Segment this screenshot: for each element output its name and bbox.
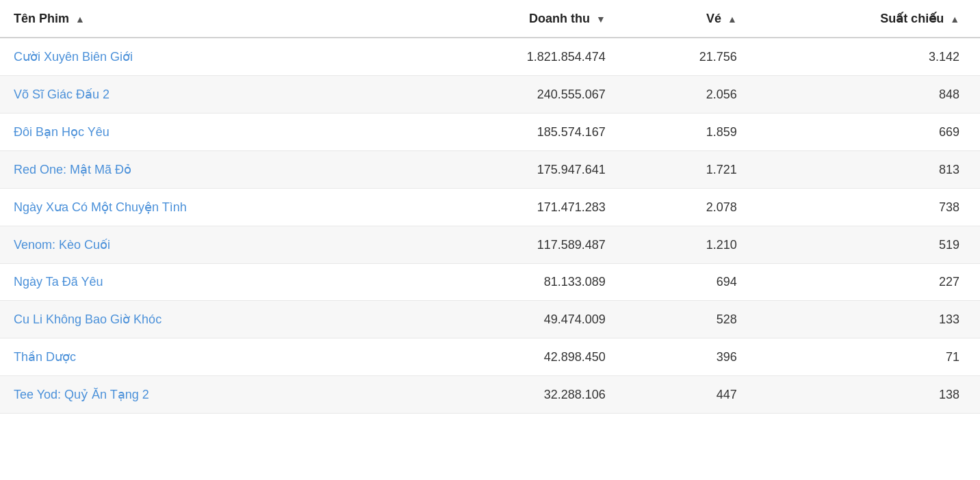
table-row: Cười Xuyên Biên Giới1.821.854.47421.7563… (0, 38, 980, 76)
col-showtimes-sort-icon: ▲ (950, 14, 959, 25)
col-revenue-sort-icon: ▼ (596, 14, 606, 25)
cell-revenue: 1.821.854.474 (404, 38, 619, 76)
cell-revenue: 171.471.283 (404, 189, 619, 226)
cell-tickets: 1.210 (619, 226, 751, 264)
cell-movie-name[interactable]: Ngày Ta Đã Yêu (0, 264, 404, 301)
cell-revenue: 240.555.067 (404, 76, 619, 114)
cell-tickets: 2.056 (619, 76, 751, 114)
cell-movie-name[interactable]: Cười Xuyên Biên Giới (0, 38, 404, 76)
cell-movie-name[interactable]: Tee Yod: Quỷ Ăn Tạng 2 (0, 376, 404, 414)
table-row: Tee Yod: Quỷ Ăn Tạng 232.288.106447138 (0, 376, 980, 414)
cell-revenue: 42.898.450 (404, 338, 619, 376)
cell-showtimes: 669 (751, 114, 980, 151)
cell-revenue: 81.133.089 (404, 264, 619, 301)
cell-showtimes: 519 (751, 226, 980, 264)
cell-movie-name[interactable]: Red One: Mật Mã Đỏ (0, 151, 404, 189)
table-row: Thần Dược42.898.45039671 (0, 338, 980, 376)
col-tickets-label: Vé (706, 12, 721, 25)
cell-movie-name[interactable]: Ngày Xưa Có Một Chuyện Tình (0, 189, 404, 226)
cell-movie-name[interactable]: Cu Li Không Bao Giờ Khóc (0, 301, 404, 338)
cell-showtimes: 133 (751, 301, 980, 338)
table-row: Venom: Kèo Cuối117.589.4871.210519 (0, 226, 980, 264)
cell-revenue: 32.288.106 (404, 376, 619, 414)
col-showtimes-label: Suất chiếu (880, 12, 944, 25)
col-name-label: Tên Phim (14, 12, 69, 25)
col-header-showtimes[interactable]: Suất chiếu ▲ (751, 0, 980, 38)
table-row: Đôi Bạn Học Yêu185.574.1671.859669 (0, 114, 980, 151)
table-row: Red One: Mật Mã Đỏ175.947.6411.721813 (0, 151, 980, 189)
cell-tickets: 1.721 (619, 151, 751, 189)
cell-movie-name[interactable]: Thần Dược (0, 338, 404, 376)
table-header-row: Tên Phim ▲ Doanh thu ▼ Vé ▲ Suất chiếu ▲ (0, 0, 980, 38)
cell-showtimes: 3.142 (751, 38, 980, 76)
cell-revenue: 117.589.487 (404, 226, 619, 264)
cell-showtimes: 848 (751, 76, 980, 114)
table-row: Ngày Xưa Có Một Chuyện Tình171.471.2832.… (0, 189, 980, 226)
cell-revenue: 49.474.009 (404, 301, 619, 338)
cell-showtimes: 71 (751, 338, 980, 376)
movies-table: Tên Phim ▲ Doanh thu ▼ Vé ▲ Suất chiếu ▲… (0, 0, 980, 414)
cell-tickets: 396 (619, 338, 751, 376)
cell-tickets: 694 (619, 264, 751, 301)
col-tickets-sort-icon: ▲ (727, 14, 737, 25)
cell-tickets: 1.859 (619, 114, 751, 151)
cell-showtimes: 227 (751, 264, 980, 301)
col-revenue-label: Doanh thu (529, 12, 590, 25)
col-header-revenue[interactable]: Doanh thu ▼ (404, 0, 619, 38)
cell-tickets: 528 (619, 301, 751, 338)
cell-showtimes: 738 (751, 189, 980, 226)
col-header-tickets[interactable]: Vé ▲ (619, 0, 751, 38)
table-row: Cu Li Không Bao Giờ Khóc49.474.009528133 (0, 301, 980, 338)
cell-tickets: 21.756 (619, 38, 751, 76)
cell-tickets: 2.078 (619, 189, 751, 226)
main-table-container: Tên Phim ▲ Doanh thu ▼ Vé ▲ Suất chiếu ▲… (0, 0, 980, 414)
cell-revenue: 185.574.167 (404, 114, 619, 151)
cell-revenue: 175.947.641 (404, 151, 619, 189)
cell-tickets: 447 (619, 376, 751, 414)
cell-movie-name[interactable]: Võ Sĩ Giác Đấu 2 (0, 76, 404, 114)
table-row: Ngày Ta Đã Yêu81.133.089694227 (0, 264, 980, 301)
cell-movie-name[interactable]: Venom: Kèo Cuối (0, 226, 404, 264)
cell-movie-name[interactable]: Đôi Bạn Học Yêu (0, 114, 404, 151)
cell-showtimes: 138 (751, 376, 980, 414)
col-header-name[interactable]: Tên Phim ▲ (0, 0, 404, 38)
table-row: Võ Sĩ Giác Đấu 2240.555.0672.056848 (0, 76, 980, 114)
col-name-sort-icon: ▲ (75, 14, 85, 25)
cell-showtimes: 813 (751, 151, 980, 189)
